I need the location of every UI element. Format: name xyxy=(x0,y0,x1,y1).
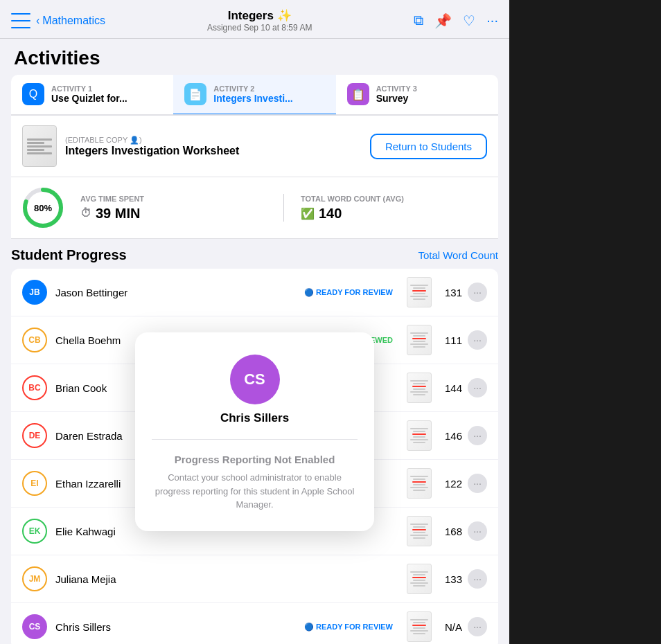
doc-thumbnail[interactable] xyxy=(407,277,432,307)
table-row[interactable]: JBJason Bettinger🔵 READY FOR REVIEW131··… xyxy=(11,269,498,316)
worksheet-section: (EDITABLE COPY 👤) Integers Investigation… xyxy=(11,116,498,177)
student-name: Juliana Mejia xyxy=(55,573,401,585)
avatar: BC xyxy=(22,375,47,400)
more-button[interactable]: ··· xyxy=(468,474,487,493)
header-subtitle: Assigned Sep 10 at 8:59 AM xyxy=(207,23,312,33)
worksheet-name: Integers Investigation Worksheet xyxy=(65,145,239,157)
doc-thumbnail[interactable] xyxy=(407,468,432,499)
tab-2-icon: 📄 xyxy=(184,83,206,105)
avg-time-label: AVG TIME SPENT xyxy=(80,195,267,203)
more-button[interactable]: ··· xyxy=(468,283,487,302)
worksheet-info: (EDITABLE COPY 👤) Integers Investigation… xyxy=(65,136,239,157)
tab-2-label: ACTIVITY 2 xyxy=(213,84,292,93)
check-icon: ✅ xyxy=(301,207,315,220)
word-count: 122 xyxy=(437,478,462,490)
header-actions: ⧉ 📌 ♡ ··· xyxy=(414,12,498,29)
more-button[interactable]: ··· xyxy=(468,330,487,350)
more-button[interactable]: ··· xyxy=(468,569,487,589)
avatar: JB xyxy=(22,280,47,305)
tab-1-info: ACTIVITY 1 Use Quizlet for... xyxy=(51,84,127,104)
editable-label: (EDITABLE COPY 👤) xyxy=(65,136,239,145)
student-progress-title: Student Progress xyxy=(11,247,127,263)
avatar: EK xyxy=(22,519,47,544)
worksheet-left: (EDITABLE COPY 👤) Integers Investigation… xyxy=(22,125,239,167)
word-count: 111 xyxy=(437,334,462,346)
return-to-students-button[interactable]: Return to Students xyxy=(370,134,487,159)
avatar: EI xyxy=(22,471,47,496)
more-button[interactable]: ··· xyxy=(468,617,487,636)
avatar: CB xyxy=(22,328,47,352)
tab-activity-2[interactable]: 📄 ACTIVITY 2 Integers Investi... xyxy=(173,75,335,116)
activity-tabs: Q ACTIVITY 1 Use Quizlet for... 📄 ACTIVI… xyxy=(11,75,498,116)
right-panel xyxy=(509,0,661,644)
app-header: ‹ Mathematics Integers ✨ Assigned Sep 10… xyxy=(0,0,509,39)
tab-1-name: Use Quizlet for... xyxy=(51,93,127,104)
back-button[interactable]: ‹ Mathematics xyxy=(36,15,105,27)
avatar: JM xyxy=(22,566,47,591)
chevron-left-icon: ‹ xyxy=(36,15,39,27)
word-count: 168 xyxy=(437,526,462,537)
tab-2-info: ACTIVITY 2 Integers Investi... xyxy=(213,84,292,104)
tab-activity-1[interactable]: Q ACTIVITY 1 Use Quizlet for... xyxy=(11,75,173,116)
popup-avatar: CS xyxy=(230,355,280,404)
more-button[interactable]: ··· xyxy=(468,378,487,397)
progress-circle: 80% xyxy=(22,187,64,229)
header-center: Integers ✨ Assigned Sep 10 at 8:59 AM xyxy=(207,8,312,33)
word-count: 133 xyxy=(437,573,462,585)
word-count: 146 xyxy=(437,430,462,442)
progress-pct: 80% xyxy=(34,203,52,213)
more-icon[interactable]: ··· xyxy=(486,12,498,28)
table-row[interactable]: CSChris Sillers🔵 READY FOR REVIEWN/A··· xyxy=(11,603,498,644)
doc-thumbnail[interactable] xyxy=(407,564,432,594)
tab-1-label: ACTIVITY 1 xyxy=(51,84,127,93)
student-name: Chris Sillers xyxy=(55,621,304,633)
tab-3-icon: 📋 xyxy=(347,83,369,105)
popup-message-body: Contact your school administrator to ena… xyxy=(152,471,358,512)
header-title: Integers ✨ xyxy=(207,8,312,23)
word-count: 131 xyxy=(437,287,462,298)
pin-icon[interactable]: 📌 xyxy=(434,12,452,29)
sidebar-toggle[interactable] xyxy=(11,13,30,28)
word-count: 144 xyxy=(437,382,462,394)
popup-divider xyxy=(152,439,358,440)
avg-time-value: ⏱ 39 MIN xyxy=(80,206,267,222)
word-count-block: TOTAL WORD COUNT (AVG) ✅ 140 xyxy=(301,195,487,222)
tab-1-icon: Q xyxy=(22,83,44,105)
worksheet-thumbnail xyxy=(22,125,57,167)
student-name: Jason Bettinger xyxy=(55,287,304,298)
total-word-count-link[interactable]: Total Word Count xyxy=(418,249,498,261)
progress-header: Student Progress Total Word Count xyxy=(11,247,498,263)
tab-3-name: Survey xyxy=(376,93,417,104)
tab-activity-3[interactable]: 📋 ACTIVITY 3 Survey xyxy=(336,75,498,116)
popup-message-title: Progress Reporting Not Enabled xyxy=(175,454,335,465)
more-button[interactable]: ··· xyxy=(468,521,487,541)
word-count-label: TOTAL WORD COUNT (AVG) xyxy=(301,195,487,203)
table-row[interactable]: JMJuliana Mejia133··· xyxy=(11,555,498,603)
doc-thumbnail[interactable] xyxy=(407,373,432,403)
clock-icon: ⏱ xyxy=(80,207,91,220)
word-count: N/A xyxy=(437,621,462,633)
status-badge: 🔵 READY FOR REVIEW xyxy=(304,288,393,297)
stat-divider xyxy=(283,194,284,222)
copy-icon[interactable]: ⧉ xyxy=(414,12,423,28)
heart-icon[interactable]: ♡ xyxy=(463,12,475,29)
stats-section: 80% AVG TIME SPENT ⏱ 39 MIN TOTAL WORD C… xyxy=(11,177,498,239)
avatar: DE xyxy=(22,423,47,448)
word-count-value: ✅ 140 xyxy=(301,206,487,222)
avg-time-block: AVG TIME SPENT ⏱ 39 MIN xyxy=(80,195,267,222)
status-badge: 🔵 READY FOR REVIEW xyxy=(304,623,393,632)
doc-thumbnail[interactable] xyxy=(407,325,432,355)
popup-name: Chris Sillers xyxy=(220,411,289,425)
popup-overlay: CS Chris Sillers Progress Reporting Not … xyxy=(135,332,374,531)
avatar: CS xyxy=(22,614,47,639)
tab-2-name: Integers Investi... xyxy=(213,93,292,104)
doc-thumbnail[interactable] xyxy=(407,420,432,451)
doc-thumbnail[interactable] xyxy=(407,516,432,546)
more-button[interactable]: ··· xyxy=(468,426,487,445)
tab-3-info: ACTIVITY 3 Survey xyxy=(376,84,417,104)
tab-3-label: ACTIVITY 3 xyxy=(376,84,417,93)
back-label: Mathematics xyxy=(42,15,105,27)
doc-thumbnail[interactable] xyxy=(407,611,432,642)
page-title: Activities xyxy=(0,39,509,75)
